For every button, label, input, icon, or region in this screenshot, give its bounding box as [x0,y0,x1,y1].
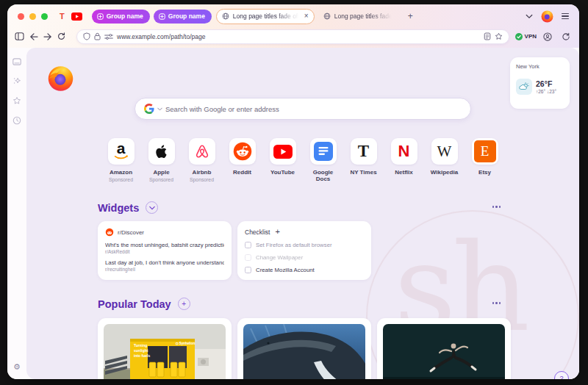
reddit-widget[interactable]: r/Discover Wht's the most unhinged, bats… [98,221,232,280]
checkbox[interactable] [245,242,251,248]
lock-icon[interactable] [94,32,101,40]
checkbox[interactable] [245,267,251,273]
sidebar-history-icon[interactable] [12,115,21,128]
shortcut-ny-times[interactable]: T NY Times [348,138,380,182]
sidebar-tabs-icon[interactable] [12,55,21,68]
checklist-item[interactable]: Set Firefox as default browser [245,242,364,248]
solar-fuel-container-image: Turning sunlight into fuels ⛭ Synhelion [104,324,226,379]
search-engine-chevron-icon[interactable] [157,107,162,111]
newtab-content: sh New York [26,48,579,379]
checklist-item[interactable]: Change Wallpaper [245,254,364,261]
checklist-add-button[interactable]: + [275,228,279,236]
weather-city: New York [516,63,564,70]
shortcut-apple[interactable]: Apple Sponsored [146,138,178,182]
sidebar-bookmarks-icon[interactable] [12,95,21,108]
weather-widget[interactable]: New York 26°F ↑26° ↓23° [510,57,570,109]
tab-group-label: Group name [168,12,205,20]
gmail-pinned-icon[interactable]: T [60,12,65,21]
forward-icon[interactable] [43,33,52,40]
vpn-badge[interactable]: VPN [515,33,537,40]
checklist-item-label: Change Wallpaper [256,254,303,261]
globe-icon [222,12,229,20]
tab-active[interactable]: Long page titles fade off × [216,9,315,24]
menu-hamburger-icon[interactable] [562,13,569,19]
shortcut-youtube[interactable]: YouTube [267,138,299,182]
tab-inactive[interactable]: Long page titles fade off [320,12,396,20]
reddit-widget-title: r/Discover [118,229,144,236]
shortcut-amazon[interactable]: a Amazon Sponsored [105,138,137,182]
tab-group-1[interactable]: Group name [92,10,150,24]
popular-today-section: Popular Today + [98,298,511,379]
floating-help-button[interactable]: ? [554,371,569,379]
tab-close-icon[interactable]: × [304,12,309,20]
address-bar[interactable]: www.example.com/path/to/page [76,29,509,44]
tab-group-icon [97,13,104,20]
youtube-pinned-icon[interactable] [71,12,82,21]
vpn-label: VPN [525,33,537,40]
shield-icon[interactable] [83,32,90,40]
shortcut-etsy[interactable]: E Etsy [469,138,501,182]
popular-add-button[interactable]: + [178,298,190,310]
whale-image [243,324,365,379]
reddit-post[interactable]: Last day at job, I don't think anyone un… [105,259,224,272]
tab-list-chevron-icon[interactable] [526,14,533,19]
widgets-more-menu-icon[interactable] [492,206,501,208]
search-bar[interactable] [135,98,471,120]
vpn-check-icon [515,33,523,40]
widgets-collapse-button[interactable] [146,201,158,214]
left-sidebar: ⚙ [7,48,26,379]
amazon-icon: a [114,143,129,160]
google-logo-icon[interactable] [144,104,154,114]
svg-text:⛭ Synhelion: ⛭ Synhelion [176,342,196,345]
history-swirl-icon[interactable] [562,32,570,41]
checklist-item-label: Create Mozilla Account [256,267,315,273]
popular-more-menu-icon[interactable] [492,302,501,304]
checklist-item-label: Set Firefox as default browser [256,242,332,248]
browser-window: T Group name Group name Long page titles… [7,4,579,379]
shortcut-netflix[interactable]: N Netflix [388,138,420,182]
close-window-button[interactable] [18,13,24,20]
popular-card-solar[interactable]: Turning sunlight into fuels ⛭ Synhelion [98,318,232,379]
zoom-window-button[interactable] [41,13,48,20]
reload-icon[interactable] [57,32,65,40]
browser-chrome: T Group name Group name Long page titles… [7,4,579,48]
reddit-post-title: Wht's the most unhinged, batshit crazy p… [105,242,224,248]
youtube-icon [273,145,293,159]
sidebar-settings-gear-icon[interactable]: ⚙ [13,362,21,372]
url-text[interactable]: www.example.com/path/to/page [117,33,480,40]
minimize-window-button[interactable] [29,13,36,20]
checkbox[interactable] [245,254,251,261]
popular-today-title: Popular Today [98,298,171,310]
popular-card-whale[interactable] [237,318,371,379]
navigation-toolbar: www.example.com/path/to/page VPN [7,28,579,48]
apple-icon [154,143,170,159]
shortcut-reddit[interactable]: Reddit [226,138,259,182]
svg-text:into fuels: into fuels [134,353,150,358]
account-icon[interactable] [543,32,552,41]
bookmark-star-icon[interactable] [495,32,503,40]
permissions-icon[interactable] [104,33,113,40]
reader-mode-icon[interactable] [484,32,491,40]
search-input[interactable] [165,105,462,113]
firefox-logo [47,65,74,92]
reddit-post-title: Last day at job, I don't think anyone un… [105,259,224,266]
tab-group-2[interactable]: Group name [154,10,212,24]
popular-card-dancer[interactable] [377,318,511,379]
checklist-widget[interactable]: Checklist + Set Firefox as default brows… [237,221,371,280]
dancer-image [383,324,505,379]
weather-temp: 26°F [536,79,556,88]
tab-group-icon [159,13,165,20]
shortcut-wikipedia[interactable]: W Wikipedia [429,138,461,182]
sidebar-ai-sparkle-icon[interactable] [12,75,21,88]
checklist-item[interactable]: Create Mozilla Account [245,267,364,273]
new-tab-button[interactable]: + [408,11,413,21]
firefox-account-avatar[interactable] [541,10,553,23]
svg-text:sunlight: sunlight [134,348,148,353]
back-icon[interactable] [29,33,38,40]
reddit-icon [232,141,253,162]
sidebar-toggle-icon[interactable] [15,32,24,40]
shortcut-google-docs[interactable]: Google Docs [307,138,340,182]
shortcut-airbnb[interactable]: Airbnb Sponsored [186,138,218,182]
reddit-post[interactable]: Wht's the most unhinged, batshit crazy p… [105,242,224,254]
sun-cloud-icon [516,79,532,95]
